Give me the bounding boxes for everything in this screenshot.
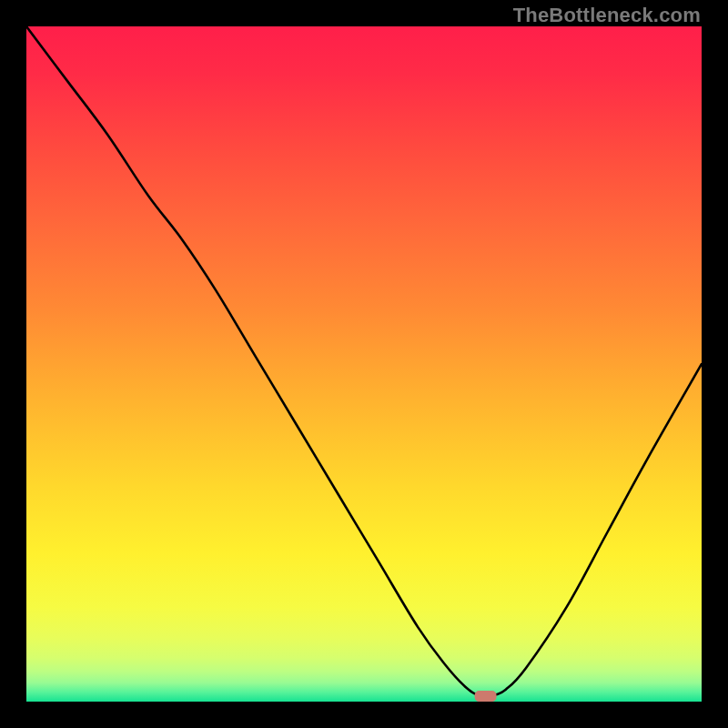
chart-frame bbox=[26, 26, 702, 702]
gradient-background bbox=[26, 26, 702, 702]
optimum-marker bbox=[475, 691, 497, 702]
watermark-text: TheBottleneck.com bbox=[513, 4, 701, 27]
bottleneck-chart bbox=[26, 26, 702, 702]
